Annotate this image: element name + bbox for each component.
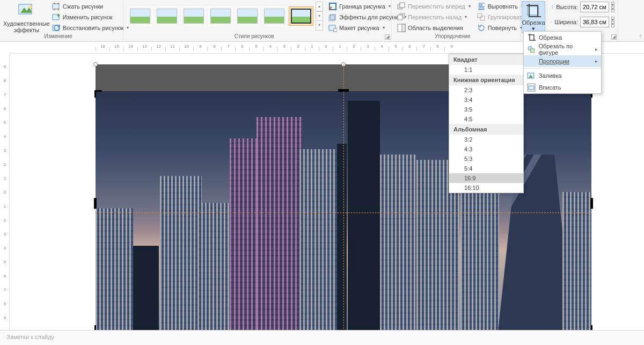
crop-item-label: Обрезка	[539, 34, 562, 41]
aspect-opt-3-4[interactable]: 3:4	[449, 95, 523, 105]
artistic-effects-label: Художественные эффекты	[3, 20, 50, 33]
aspect-opt-4-3[interactable]: 4:3	[449, 144, 523, 154]
svg-rect-5	[53, 25, 59, 31]
style-thumb[interactable]	[155, 6, 179, 26]
svg-rect-14	[398, 15, 402, 20]
aspect-opt-16-10[interactable]: 16:10	[449, 183, 523, 193]
crop-handle-bl[interactable]	[94, 325, 96, 330]
width-spinner[interactable]: ▴▾	[611, 17, 614, 27]
crop-handle-top[interactable]	[338, 89, 349, 92]
collapse-ribbon-button[interactable]: ˄	[639, 34, 642, 40]
aspect-opt-5-4[interactable]: 5:4	[449, 164, 523, 173]
border-icon	[328, 2, 337, 11]
fill-item-icon	[527, 71, 536, 80]
svg-rect-3	[53, 4, 59, 9]
width-input[interactable]	[580, 17, 609, 27]
horizontal-guide	[96, 212, 591, 213]
svg-rect-12	[400, 3, 405, 8]
align-label: Выровнять	[488, 3, 518, 10]
group-arrange: Переместить вперед▾ Переместить назад▾ О…	[392, 0, 521, 41]
aspect-portrait-header: Книжная ориентация	[449, 75, 523, 85]
crop-menu-fill[interactable]: Заливка	[524, 70, 601, 82]
style-thumb[interactable]	[128, 6, 152, 26]
shape-item-icon	[527, 45, 535, 54]
svg-rect-17	[479, 4, 482, 6]
align-icon	[477, 2, 486, 11]
group-styles-label: Стили рисунков	[123, 32, 385, 41]
crop-icon	[525, 3, 542, 20]
style-thumb[interactable]	[235, 6, 260, 26]
size-dialog-launcher[interactable]: ◢	[611, 34, 617, 40]
crop-menu-fit[interactable]: Вписать	[524, 82, 601, 93]
effects-icon	[328, 13, 337, 21]
selection-pane-icon	[397, 24, 406, 32]
aspect-opt-3-2[interactable]: 3:2	[449, 135, 523, 144]
svg-rect-16	[402, 24, 405, 32]
vertical-guide	[343, 64, 344, 330]
crop-item-icon	[527, 33, 536, 42]
vertical-ruler: 9876543210123456789	[0, 54, 10, 330]
reset-label: Восстановить рисунок	[63, 25, 124, 31]
reset-picture-button[interactable]: Восстановить рисунок ▾	[50, 23, 131, 33]
aspect-opt-5-3[interactable]: 5:3	[449, 154, 523, 164]
notes-placeholder: Заметки к слайду	[6, 334, 54, 340]
selection-pane-button[interactable]: Область выделения	[395, 23, 473, 33]
group-adjust-label: Изменение	[0, 32, 116, 41]
artistic-effects-button[interactable]: Художественные эффекты	[3, 1, 50, 33]
crop-menu-aspect[interactable]: Пропорции	[524, 55, 601, 67]
crop-handle-tl[interactable]	[94, 90, 96, 98]
layout-icon	[328, 24, 337, 32]
style-thumb[interactable]	[181, 6, 206, 26]
aspect-opt-2-3[interactable]: 2:3	[449, 85, 523, 95]
reset-icon	[52, 24, 61, 32]
style-thumb[interactable]	[262, 6, 287, 26]
selection-handle[interactable]	[93, 62, 98, 67]
gallery-scroll[interactable]: ▴▾▾	[316, 2, 323, 31]
height-label: Высота:	[556, 4, 578, 10]
notes-pane[interactable]: Заметки к слайду	[0, 330, 644, 345]
bring-forward-icon	[397, 2, 406, 11]
crop-handle-right[interactable]	[590, 198, 593, 209]
fit-item-icon	[527, 83, 536, 92]
selpane-label: Область выделения	[408, 25, 463, 31]
aspect-opt-3-5[interactable]: 3:5	[449, 105, 523, 114]
picture-styles-gallery[interactable]: ▴▾▾	[127, 1, 323, 31]
svg-rect-19	[478, 13, 482, 18]
fill-item-label: Заливка	[539, 72, 561, 79]
rotate-icon	[477, 24, 486, 32]
compress-icon	[52, 2, 61, 11]
crop-button[interactable]: Обрезка▾	[522, 1, 545, 33]
compress-label: Сжать рисунки	[63, 3, 104, 10]
width-icon	[551, 18, 552, 26]
border-label: Граница рисунка	[339, 3, 385, 10]
height-input[interactable]	[580, 2, 609, 12]
width-label: Ширина:	[554, 19, 578, 25]
send-backward-icon	[397, 13, 406, 21]
backward-label: Переместить назад	[408, 14, 462, 20]
compress-pictures-button[interactable]: Сжать рисунки	[50, 1, 131, 11]
svg-rect-27	[529, 86, 534, 90]
aspect-opt-16-9[interactable]: 16:9	[449, 173, 523, 183]
crop-menu-shape[interactable]: Обрезать по фигуре	[524, 43, 601, 55]
change-picture-button[interactable]: Изменить рисунок	[50, 12, 131, 22]
style-thumb[interactable]	[208, 6, 233, 26]
style-thumb-selected[interactable]	[289, 6, 313, 26]
svg-rect-20	[480, 16, 485, 20]
crop-dropdown-menu: Обрезка Обрезать по фигуре Пропорции Зал…	[523, 31, 602, 94]
aspect-opt-1-1[interactable]: 1:1	[449, 65, 523, 75]
crop-handle-left[interactable]	[94, 198, 97, 209]
group-arrange-label: Упорядочение	[392, 32, 514, 41]
styles-dialog-launcher[interactable]: ◢	[385, 34, 390, 40]
aspect-square-header: Квадрат	[449, 54, 523, 65]
svg-rect-10	[334, 28, 337, 32]
rotate-label: Повернуть	[488, 25, 517, 31]
height-spinner[interactable]: ▴▾	[611, 2, 614, 12]
height-icon	[551, 3, 554, 11]
aspect-opt-4-5[interactable]: 4:5	[449, 114, 523, 124]
svg-rect-23	[531, 49, 535, 53]
send-backward-button: Переместить назад▾	[395, 12, 473, 22]
crop-handle-br[interactable]	[591, 325, 592, 330]
forward-label: Переместить вперед	[408, 3, 465, 10]
crop-menu-crop[interactable]: Обрезка	[524, 32, 601, 43]
menu-separator	[524, 68, 601, 69]
